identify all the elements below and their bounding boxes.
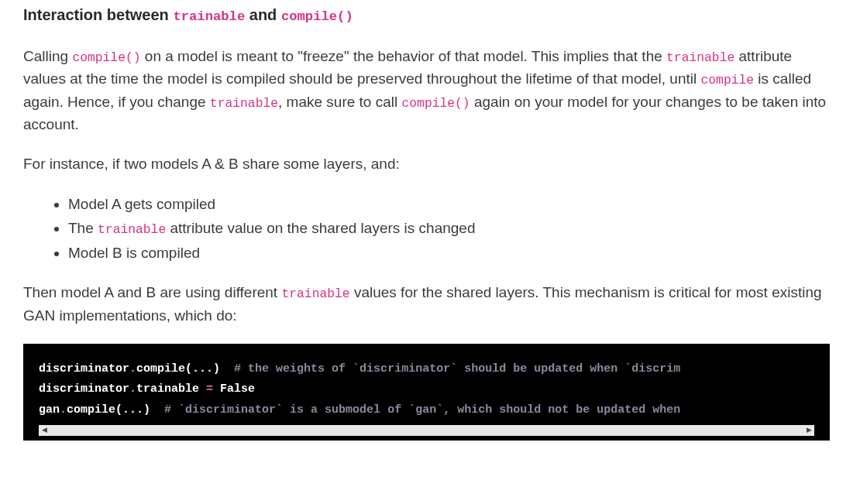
code-token bbox=[199, 382, 206, 396]
list-text: attribute value on the shared layers is … bbox=[166, 220, 475, 236]
code-token: (...) bbox=[115, 403, 150, 417]
heading-text: Interaction between bbox=[23, 6, 173, 23]
code-token: (...) bbox=[185, 362, 220, 375]
scrollbar-track[interactable] bbox=[50, 425, 803, 436]
para-text: , make sure to call bbox=[278, 94, 401, 110]
code-token: . bbox=[129, 362, 136, 375]
code-trainable: trainable bbox=[173, 9, 245, 24]
horizontal-scrollbar[interactable]: ◀ ▶ bbox=[39, 425, 814, 436]
code-trainable: trainable bbox=[281, 286, 349, 301]
list-text: The bbox=[68, 220, 98, 236]
list-item: Model B is compiled bbox=[68, 242, 830, 264]
code-comment: # `discriminator` is a submodel of `gan`… bbox=[164, 403, 680, 417]
scroll-right-icon[interactable]: ▶ bbox=[803, 425, 814, 436]
para-text: on a model is meant to "freeze" the beha… bbox=[141, 48, 667, 64]
section-heading: Interaction between trainable and compil… bbox=[23, 3, 830, 28]
code-token: False bbox=[220, 382, 255, 396]
code-block: discriminator.compile(...) # the weights… bbox=[23, 344, 830, 441]
code-trainable: trainable bbox=[666, 50, 734, 65]
code-token: compile bbox=[136, 362, 185, 375]
paragraph: For instance, if two models A & B share … bbox=[23, 153, 830, 175]
code-token bbox=[220, 362, 234, 375]
paragraph: Then model A and B are using different t… bbox=[23, 281, 830, 327]
paragraph: Calling compile() on a model is meant to… bbox=[23, 45, 830, 136]
code-token: discriminator bbox=[39, 362, 129, 375]
code-token: discriminator bbox=[39, 382, 129, 396]
code-token: = bbox=[206, 382, 213, 396]
list-item: The trainable attribute value on the sha… bbox=[68, 217, 830, 239]
code-comment: # the weights of `discriminator` should … bbox=[234, 362, 680, 375]
scroll-left-icon[interactable]: ◀ bbox=[39, 425, 50, 436]
code-compile: compile() bbox=[72, 50, 140, 65]
heading-text: and bbox=[245, 6, 281, 23]
code-token: . bbox=[60, 403, 67, 417]
list-item: Model A gets compiled bbox=[68, 193, 830, 215]
doc-section: Interaction between trainable and compil… bbox=[23, 0, 830, 441]
code-trainable: trainable bbox=[210, 96, 278, 111]
code-compile: compile() bbox=[281, 9, 353, 24]
para-text: Then model A and B are using different bbox=[23, 284, 281, 300]
code-compile: compile() bbox=[401, 96, 469, 111]
code-token: compile bbox=[67, 403, 115, 417]
code-trainable: trainable bbox=[98, 222, 166, 237]
code-token: trainable bbox=[136, 382, 199, 396]
code-compile: compile bbox=[701, 73, 755, 87]
code-content: discriminator.compile(...) # the weights… bbox=[39, 359, 814, 420]
bullet-list: Model A gets compiled The trainable attr… bbox=[23, 193, 830, 264]
code-token: gan bbox=[39, 403, 60, 417]
code-token bbox=[213, 382, 220, 396]
para-text: Calling bbox=[23, 48, 72, 64]
code-token: . bbox=[129, 382, 136, 396]
code-token bbox=[150, 403, 164, 417]
